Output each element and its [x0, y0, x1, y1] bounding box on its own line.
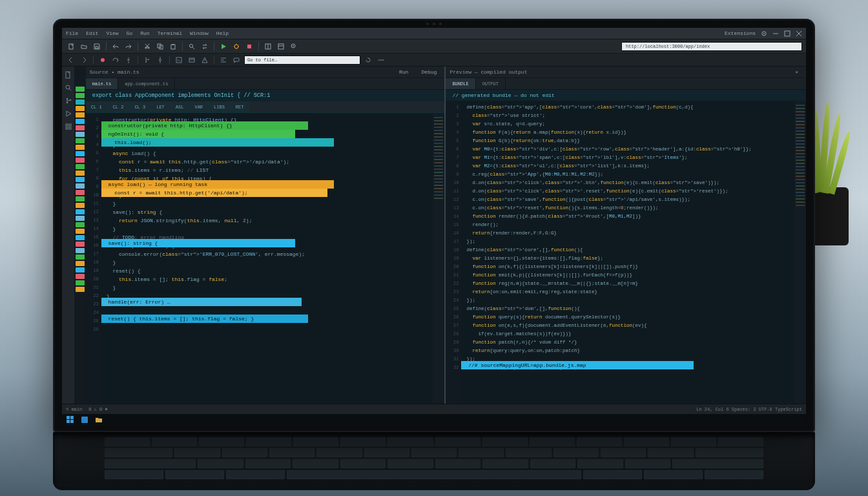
- tab-main[interactable]: main.ts: [86, 78, 118, 89]
- step-into-icon[interactable]: [123, 55, 134, 65]
- code-line[interactable]: }: [107, 225, 428, 233]
- left-minimap[interactable]: [433, 113, 444, 404]
- subtab[interactable]: RET: [231, 101, 250, 112]
- code-line[interactable]: var M2={t:class="str">'ul',c:[class="str…: [466, 162, 789, 170]
- tab-output[interactable]: OUTPUT: [476, 78, 506, 89]
- breakpoint-icon[interactable]: [98, 55, 108, 65]
- maximize-icon[interactable]: [784, 30, 790, 37]
- extensions-icon[interactable]: [64, 122, 73, 131]
- search-activity-icon[interactable]: [64, 83, 73, 92]
- code-line[interactable]: define(class="str">'core',[],function(){: [466, 246, 789, 254]
- code-line[interactable]: return JSON.stringify(this.items, null, …: [107, 216, 428, 225]
- open-folder-icon[interactable]: [79, 41, 89, 52]
- taskbar-app-icon[interactable]: [80, 415, 89, 424]
- debug-activity-icon[interactable]: [64, 109, 73, 118]
- code-line[interactable]: return{query:query,on:on,patch:patch}: [466, 347, 789, 355]
- paste-icon[interactable]: [168, 41, 178, 52]
- code-line[interactable]: });: [466, 238, 789, 246]
- code-line[interactable]: var listeners={},state={items:[],flag:fa…: [466, 254, 789, 263]
- right-minimap[interactable]: [794, 101, 806, 404]
- taskbar-folder-icon[interactable]: [94, 415, 103, 424]
- start-button[interactable]: [66, 415, 75, 424]
- menu-run[interactable]: Run: [140, 30, 149, 36]
- undo-icon[interactable]: [110, 41, 121, 52]
- left-editor[interactable]: 1234567891011121314151617181920212223242…: [86, 113, 445, 404]
- subtab[interactable]: LIBS: [209, 101, 231, 112]
- subtab[interactable]: VAR: [189, 101, 209, 112]
- left-code-area[interactable]: constructor(private http: HttpClient) {}…: [101, 113, 433, 404]
- code-line[interactable]: function render(){d.patch(class="str">'#…: [466, 212, 789, 221]
- close-pane-button[interactable]: ×: [791, 69, 802, 75]
- menu-go[interactable]: Go: [127, 30, 133, 36]
- highlighted-line[interactable]: constructor(private http: HttpClient) {}: [101, 121, 308, 130]
- code-line[interactable]: }: [107, 284, 428, 292]
- tab-bundle[interactable]: BUNDLE: [446, 78, 475, 89]
- menu-help[interactable]: Help: [216, 30, 229, 36]
- code-line[interactable]: function on(k,f){(listeners[k]=listeners…: [466, 263, 789, 271]
- menu-edit[interactable]: Edit: [86, 30, 98, 36]
- highlighted-line[interactable]: ngOnInit(): void {: [101, 130, 295, 138]
- settings-icon[interactable]: [761, 30, 767, 37]
- code-line[interactable]: function query(s){return document.queryS…: [466, 313, 789, 322]
- code-line[interactable]: render();: [466, 221, 789, 229]
- code-line[interactable]: class="str">'use strict';: [466, 112, 789, 120]
- address-bar[interactable]: http://localhost:3000/app/index: [621, 42, 802, 51]
- run-button[interactable]: Run: [395, 69, 412, 75]
- minimize-icon[interactable]: [772, 30, 779, 37]
- explorer-icon[interactable]: [64, 70, 73, 79]
- code-line[interactable]: function patch(r,n){/* vdom diff */}: [466, 338, 789, 347]
- highlighted-line[interactable]: const r = await this.http.get('/api/data…: [101, 189, 327, 197]
- code-line[interactable]: define(class="str">'app',[class="str">'c…: [466, 103, 789, 112]
- git-branch-icon[interactable]: [142, 55, 152, 65]
- problems-icon[interactable]: [200, 55, 210, 65]
- code-line[interactable]: var s=c.state, q=d.query;: [466, 120, 789, 129]
- cut-icon[interactable]: [142, 41, 152, 52]
- menu-file[interactable]: File: [66, 30, 78, 36]
- comment-icon[interactable]: [231, 55, 242, 65]
- back-icon[interactable]: [66, 55, 76, 65]
- problems-status[interactable]: 0 ⚠ 0 ✖: [88, 407, 107, 412]
- highlighted-line[interactable]: this.load();: [101, 138, 334, 147]
- layout-icon[interactable]: [276, 41, 286, 52]
- code-line[interactable]: });: [466, 296, 789, 305]
- code-line[interactable]: this.items = []; this.flag = false;: [107, 275, 428, 284]
- menu-window[interactable]: Window: [190, 30, 209, 36]
- code-line[interactable]: c.on(class="str">'save',function(){post(…: [466, 196, 789, 204]
- save-icon[interactable]: [92, 41, 102, 52]
- code-line[interactable]: }: [107, 200, 428, 208]
- code-line[interactable]: reset() {: [107, 267, 428, 275]
- code-line[interactable]: this.items = r.items; // LIST: [107, 166, 428, 174]
- stop-icon[interactable]: [244, 41, 254, 52]
- highlighted-line[interactable]: save(): string {: [101, 239, 295, 247]
- split-editor-icon[interactable]: [263, 41, 273, 52]
- refresh-icon[interactable]: [363, 55, 373, 65]
- new-file-icon[interactable]: [66, 41, 76, 52]
- git-branch-status[interactable]: ⌥ main: [66, 407, 82, 412]
- goto-file-field[interactable]: Go to file…: [244, 56, 360, 65]
- code-line[interactable]: c.on(class="str">'reset',function(){s.it…: [466, 204, 789, 212]
- code-line[interactable]: return{on:on,emit:emit,reg:reg,state:sta…: [466, 288, 789, 296]
- subtab[interactable]: CL 1: [86, 101, 108, 112]
- code-line[interactable]: save(): string {: [107, 208, 428, 216]
- code-line[interactable]: d.on(class="str">'click',class="str">'.b…: [466, 179, 789, 187]
- highlighted-line[interactable]: //# sourceMappingURL=app.bundle.js.map: [461, 361, 694, 369]
- code-line[interactable]: var M1={t:class="str">'span',c:[class="s…: [466, 154, 789, 162]
- output-icon[interactable]: [187, 55, 197, 65]
- code-line[interactable]: const r = await this.http.get(class="str…: [107, 158, 428, 166]
- code-line[interactable]: function F(a){return a.map(function(x){r…: [466, 129, 789, 137]
- subtab[interactable]: ASL: [170, 101, 190, 112]
- code-line[interactable]: console.error(class="str">'ERR_079_LOST_…: [107, 250, 428, 258]
- copy-icon[interactable]: [155, 41, 165, 52]
- highlighted-line[interactable]: reset() { this.items = []; this.flag = f…: [101, 315, 308, 323]
- menu-view[interactable]: View: [106, 30, 118, 36]
- commit-icon[interactable]: [155, 55, 165, 65]
- subtab[interactable]: CL 3: [129, 101, 151, 112]
- step-over-icon[interactable]: [110, 55, 121, 65]
- search-icon[interactable]: [187, 41, 197, 52]
- terminal-icon[interactable]: [174, 55, 184, 65]
- forward-icon[interactable]: [79, 55, 89, 65]
- code-line[interactable]: define(class="str">'dom',[],function(){: [466, 305, 789, 313]
- close-icon[interactable]: [796, 30, 802, 37]
- zoom-icon[interactable]: [289, 41, 299, 52]
- code-line[interactable]: function reg(n,m){state.__m=state.__m||{…: [466, 280, 789, 288]
